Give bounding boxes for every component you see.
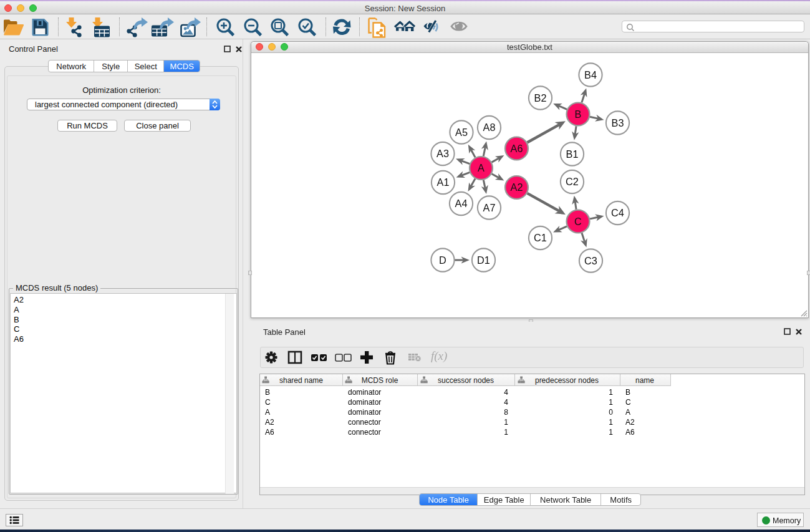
svg-text:A4: A4 xyxy=(455,198,468,209)
svg-text:A5: A5 xyxy=(455,127,468,138)
svg-text:C4: C4 xyxy=(611,207,624,218)
svg-text:C3: C3 xyxy=(584,255,597,266)
svg-text:A7: A7 xyxy=(483,202,496,213)
svg-text:A: A xyxy=(478,162,485,173)
svg-text:A6: A6 xyxy=(511,143,523,154)
svg-text:C1: C1 xyxy=(534,232,547,243)
svg-text:C: C xyxy=(574,216,582,227)
svg-text:A3: A3 xyxy=(436,148,449,159)
svg-text:D: D xyxy=(439,254,446,266)
svg-text:B4: B4 xyxy=(584,69,597,80)
svg-text:A8: A8 xyxy=(483,122,496,133)
svg-text:B3: B3 xyxy=(612,117,624,128)
svg-text:D1: D1 xyxy=(477,254,490,266)
svg-text:B2: B2 xyxy=(534,92,547,104)
svg-text:B: B xyxy=(575,109,582,120)
svg-text:A2: A2 xyxy=(511,181,523,193)
svg-text:A1: A1 xyxy=(437,177,450,188)
svg-text:C2: C2 xyxy=(566,176,579,187)
svg-text:B1: B1 xyxy=(566,148,579,160)
